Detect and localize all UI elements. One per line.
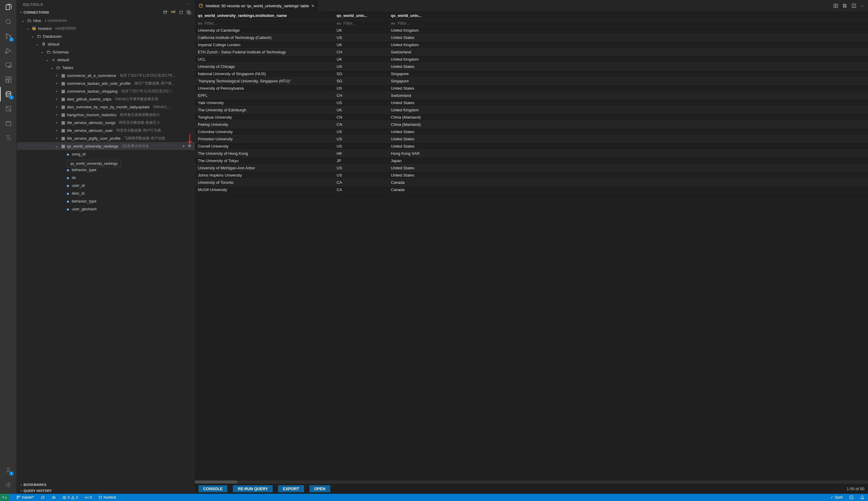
sync-icon[interactable] xyxy=(40,495,46,500)
col-header[interactable]: qs_world_univ... xyxy=(333,11,388,20)
cell: Switzerland xyxy=(388,49,448,55)
magnify-icon[interactable]: ⊕ xyxy=(188,143,191,149)
col-header[interactable]: qs_world_university_rankings.institution… xyxy=(195,11,333,20)
tree-item[interactable]: behavior_type xyxy=(17,197,195,205)
remote-explorer-icon[interactable] xyxy=(0,58,17,73)
nav-icon-c[interactable] xyxy=(0,130,17,145)
tree-item[interactable]: ›commerce_ali_e_commerce包含了2017年11月25日至2… xyxy=(17,72,195,79)
remote-indicator[interactable] xyxy=(0,494,9,501)
tree-item[interactable]: ⌄default xyxy=(17,56,195,64)
source-control-icon[interactable]: 2 xyxy=(0,29,17,43)
filter-input[interactable] xyxy=(205,21,331,26)
tree-item[interactable]: ›dwd_github_events_odpsGithub公开事件数据事实表 xyxy=(17,95,195,103)
table-row[interactable]: The University of Hong KongHKHong Kong S… xyxy=(195,150,868,157)
tree-item[interactable]: ⌄hivetestroot@10000/ xyxy=(17,24,195,32)
tree-item[interactable]: ⌄Tables xyxy=(17,64,195,72)
tree-item[interactable]: ›life_service_alimusic_songs阿里音乐数据集-歌曲艺人 xyxy=(17,119,195,127)
run-debug-icon[interactable] xyxy=(0,43,17,58)
history-section[interactable]: QUERY HISTORY xyxy=(17,488,195,494)
connections-section[interactable]: CONNECTIONS sql xyxy=(17,9,195,16)
explorer-icon[interactable] xyxy=(0,0,17,14)
save-icon[interactable] xyxy=(842,3,847,8)
add-icon[interactable]: ＋ xyxy=(182,143,186,149)
open-button[interactable]: OPEN xyxy=(309,485,330,492)
table-row[interactable]: University of CambridgeUKUnited Kingdom xyxy=(195,27,868,34)
table-row[interactable]: EPFLCHSwitzerland xyxy=(195,92,868,99)
table-row[interactable]: ETH Zurich - Swiss Federal Institute of … xyxy=(195,49,868,56)
notifications-icon[interactable] xyxy=(859,495,866,500)
table-row[interactable]: University of Michigan-Ann ArborUSUnited… xyxy=(195,164,868,172)
new-db-icon[interactable] xyxy=(163,10,168,15)
tree-item[interactable]: ⌄Hive1 connections xyxy=(17,17,195,24)
tree-item[interactable]: ›commerce_taobao_shopping包含了2017年11月25日至… xyxy=(17,87,195,95)
tree-item[interactable]: song_id xyxy=(17,150,195,158)
search-icon[interactable] xyxy=(0,14,17,29)
table-row[interactable]: Yale UniversityUSUnited States xyxy=(195,99,868,107)
extensions-icon[interactable] xyxy=(0,73,17,87)
feedback-icon[interactable] xyxy=(848,495,855,500)
table-row[interactable]: The University of TokyoJPJapan xyxy=(195,157,868,164)
tree-item[interactable]: user_geohash xyxy=(17,205,195,213)
more-icon[interactable]: ⋯ xyxy=(186,2,190,6)
rerun-button[interactable]: RE-RUN QUERY xyxy=(233,485,273,492)
horizontal-scrollbar[interactable] xyxy=(195,480,868,483)
tree-item[interactable]: behavior_time xyxy=(17,158,195,166)
bookmarks-section[interactable]: BOOKMARKS xyxy=(17,482,195,488)
account-icon[interactable]: 1 xyxy=(0,463,17,478)
split-icon[interactable] xyxy=(851,3,856,8)
table-row[interactable]: University of PennsylvaniaUSUnited State… xyxy=(195,85,868,92)
table-row[interactable]: California Institute of Technology (Calt… xyxy=(195,34,868,41)
sqltools-icon[interactable]: 1 xyxy=(0,87,17,102)
ports[interactable]: 0 xyxy=(84,495,93,500)
cloud-icon[interactable] xyxy=(51,495,57,500)
tree-item[interactable]: ⌄Schemas xyxy=(17,48,195,56)
spell-check[interactable]: ✓Spell xyxy=(829,495,844,500)
table-row[interactable]: Princeton UniversityUSUnited States xyxy=(195,136,868,143)
filter-input[interactable] xyxy=(397,21,445,26)
tree-item[interactable]: ›commerce_taobao_adv_user_profile淘宝广告数据集… xyxy=(17,79,195,87)
nav-icon-b[interactable] xyxy=(0,116,17,130)
tree-item[interactable]: ›life_service_pigfly_user_profile飞猪推荐数据集… xyxy=(17,134,195,142)
filter-input[interactable] xyxy=(343,21,385,26)
table-row[interactable]: Cornell UniversityUSUnited States xyxy=(195,143,868,150)
results-tab[interactable]: hivetest: 50 records on 'qs_world_univer… xyxy=(195,0,318,11)
tree-item[interactable]: ⌄Databases xyxy=(17,32,195,40)
table-row[interactable]: National University of Singapore (NUS)SG… xyxy=(195,70,868,77)
tree-item[interactable]: item_id xyxy=(17,189,195,197)
refresh-icon[interactable] xyxy=(178,10,183,15)
tree-item[interactable]: ›life_service_alimusic_user阿里音乐数据集-用户行为表 xyxy=(17,127,195,134)
settings-gear-icon[interactable] xyxy=(0,478,17,492)
table-row[interactable]: McGill UniversityCACanada xyxy=(195,186,868,193)
cell: CA xyxy=(333,186,388,193)
tree-item[interactable]: ›hangzhou_tourism_statistics杭州各区县旅游数据统计 xyxy=(17,111,195,119)
col-header[interactable]: qs_world_univ... xyxy=(388,11,448,20)
tree-item[interactable]: ⌄qs_world_university_rankingsQS世界大学排名＋⊕ xyxy=(17,142,195,150)
active-connection[interactable]: hivetest xyxy=(97,495,117,500)
collapse-icon[interactable] xyxy=(186,10,191,15)
table-row[interactable]: Peking UniversityCNChina (Mainland) xyxy=(195,121,868,128)
export-button[interactable]: EXPORT xyxy=(278,485,304,492)
table-row[interactable]: "Nanyang Technological University, Singa… xyxy=(195,77,868,85)
tree-item[interactable]: ds xyxy=(17,173,195,181)
layout-icon[interactable] xyxy=(833,3,838,8)
table-row[interactable]: Tsinghua UniversityCNChina (Mainland) xyxy=(195,114,868,121)
table-row[interactable]: Columbia UniversityUSUnited States xyxy=(195,128,868,136)
grid-body[interactable]: University of CambridgeUKUnited KingdomC… xyxy=(195,27,868,480)
table-row[interactable]: University of TorontoCACanada xyxy=(195,179,868,186)
tree-item[interactable]: ›dws_overview_by_repo_by_month_dailyupda… xyxy=(17,103,195,111)
more-actions-icon[interactable]: ⋯ xyxy=(860,4,864,8)
new-sql-icon[interactable]: sql xyxy=(171,10,176,15)
tree-item[interactable]: behavior_type xyxy=(17,166,195,173)
problems[interactable]: 0 0 xyxy=(61,495,79,500)
tree-item[interactable]: user_id xyxy=(17,181,195,189)
tree-item[interactable]: ⌄default xyxy=(17,40,195,48)
nav-icon-a[interactable] xyxy=(0,102,17,116)
table-row[interactable]: UCLUKUnited Kingdom xyxy=(195,56,868,63)
table-row[interactable]: University of ChicagoUSUnited States xyxy=(195,63,868,70)
git-branch[interactable]: master* xyxy=(15,495,35,500)
table-row[interactable]: The University of EdinburghUKUnited King… xyxy=(195,107,868,114)
close-icon[interactable]: ✕ xyxy=(311,4,315,8)
table-row[interactable]: Imperial College LondonUKUnited Kingdom xyxy=(195,41,868,49)
console-button[interactable]: CONSOLE xyxy=(198,485,228,492)
table-row[interactable]: Johns Hopkins UniversityUSUnited States xyxy=(195,172,868,179)
